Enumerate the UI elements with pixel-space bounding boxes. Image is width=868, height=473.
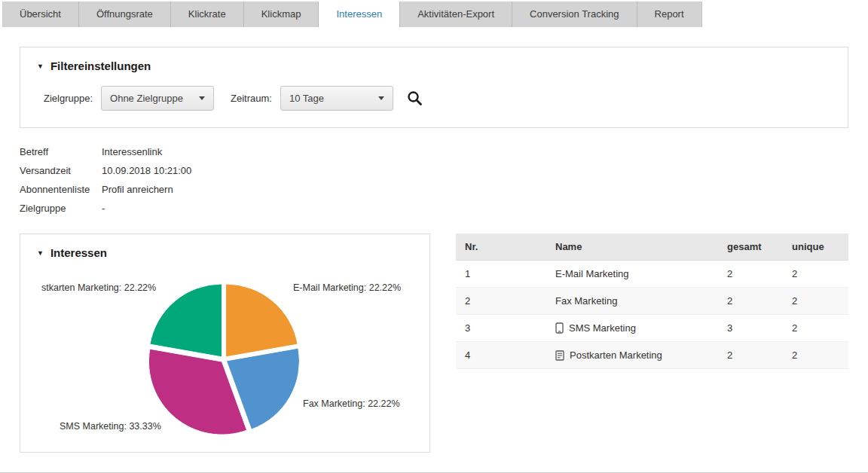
search-icon [407, 90, 423, 106]
filter-controls: Zielgruppe: Ohne Zielgruppe Zeitraum: 10… [44, 86, 423, 111]
cell-nr: 4 [456, 342, 546, 369]
filter-title-text: Filtereinstellungen [50, 60, 151, 72]
tab--ffnungsrate[interactable]: Öffnungsrate [79, 2, 171, 27]
info-row: BetreffInteressenlink [20, 142, 191, 161]
tab--bersicht[interactable]: Übersicht [2, 2, 79, 27]
info-value: Interessenlink [102, 146, 162, 157]
cell-name: SMS Marketing [546, 315, 718, 342]
info-value: Profil anreichern [102, 184, 173, 195]
chevron-down-icon [199, 96, 205, 100]
pie-chart [141, 276, 307, 442]
cell-gesamt: 2 [718, 288, 783, 315]
tab-aktivit-ten-export[interactable]: Aktivitäten-Export [400, 2, 512, 27]
collapse-icon[interactable]: ▼ [37, 63, 44, 70]
zielgruppe-dropdown[interactable]: Ohne Zielgruppe [101, 86, 214, 111]
tab-klickmap[interactable]: Klickmap [244, 2, 319, 27]
table-row: 1E-Mail Marketing22 [456, 261, 848, 288]
cell-name: Fax Marketing [546, 288, 718, 315]
cell-unique: 2 [783, 288, 848, 315]
cell-nr: 1 [456, 261, 546, 288]
cell-gesamt: 3 [718, 315, 783, 342]
column-header: unique [783, 233, 848, 261]
pie-slice-e-mail-marketing[interactable] [226, 284, 298, 357]
tab-bar: ÜbersichtÖffnungsrateKlickrateKlickmapIn… [2, 2, 702, 27]
info-label: Abonnentenliste [20, 184, 102, 195]
tab-conversion-tracking[interactable]: Conversion Tracking [512, 2, 637, 27]
pie-label: Fax Marketing: 22.22% [303, 398, 400, 409]
column-header: gesamt [718, 233, 783, 261]
zielgruppe-label: Zielgruppe: [44, 93, 93, 104]
zeitraum-label: Zeitraum: [231, 93, 272, 104]
search-button[interactable] [407, 90, 423, 106]
table-row: 4Postkarten Marketing22 [456, 342, 848, 369]
chevron-down-icon [378, 96, 384, 100]
info-row: AbonnentenlisteProfil anreichern [20, 180, 191, 199]
zeitraum-dropdown[interactable]: 10 Tage [280, 86, 393, 111]
mobile-icon [555, 322, 564, 334]
interessen-title-text: Interessen [50, 246, 107, 259]
page: ÜbersichtÖffnungsrateKlickrateKlickmapIn… [0, 0, 868, 473]
info-row: Zielgruppe- [20, 199, 191, 218]
info-label: Versandzeit [20, 165, 102, 176]
cell-unique: 2 [783, 261, 848, 288]
cell-name: E-Mail Marketing [546, 261, 718, 288]
cell-gesamt: 2 [718, 342, 783, 369]
table-header-row: Nr.Namegesamtunique [456, 233, 848, 261]
info-value: 10.09.2018 10:21:00 [102, 165, 191, 176]
name-text: SMS Marketing [569, 322, 636, 334]
tab-report[interactable]: Report [637, 2, 702, 27]
cell-unique: 2 [783, 315, 848, 342]
tab-interessen[interactable]: Interessen [319, 2, 400, 27]
postcard-icon [555, 350, 564, 361]
column-header: Nr. [456, 233, 546, 261]
filter-panel: ▼ Filtereinstellungen Zielgruppe: Ohne Z… [20, 47, 848, 128]
cell-gesamt: 2 [718, 261, 783, 288]
table-row: 2Fax Marketing22 [456, 288, 848, 315]
name-text: Postkarten Marketing [570, 349, 662, 361]
cell-unique: 2 [783, 342, 848, 369]
table-row: 3SMS Marketing32 [456, 315, 848, 342]
info-label: Betreff [20, 146, 102, 157]
zielgruppe-value: Ohne Zielgruppe [110, 93, 183, 104]
interessen-table: Nr.Namegesamtunique 1E-Mail Marketing222… [456, 233, 848, 369]
info-value: - [102, 203, 105, 214]
column-header: Name [546, 233, 718, 261]
name-text: E-Mail Marketing [555, 268, 629, 279]
collapse-icon[interactable]: ▼ [37, 249, 44, 257]
interessen-panel: ▼ Interessen E-Mail Marketing: 22.22%Fax… [20, 233, 430, 453]
cell-name: Postkarten Marketing [546, 342, 718, 369]
interessen-panel-title: ▼ Interessen [37, 246, 107, 259]
info-row: Versandzeit10.09.2018 10:21:00 [20, 161, 191, 180]
pie-label: SMS Marketing: 33.33% [60, 421, 161, 432]
filter-panel-title: ▼ Filtereinstellungen [37, 60, 151, 72]
cell-nr: 3 [456, 315, 546, 342]
pie-label: E-Mail Marketing: 22.22% [293, 282, 401, 293]
pie-label: stkarten Marketing: 22.22% [41, 282, 156, 293]
info-label: Zielgruppe [20, 203, 102, 214]
pie-slice-postkarten-marketing[interactable] [150, 284, 222, 357]
info-list: BetreffInteressenlinkVersandzeit10.09.20… [20, 142, 191, 218]
cell-nr: 2 [456, 288, 546, 315]
name-text: Fax Marketing [555, 295, 617, 307]
zeitraum-value: 10 Tage [289, 93, 324, 104]
tab-klickrate[interactable]: Klickrate [171, 2, 244, 27]
